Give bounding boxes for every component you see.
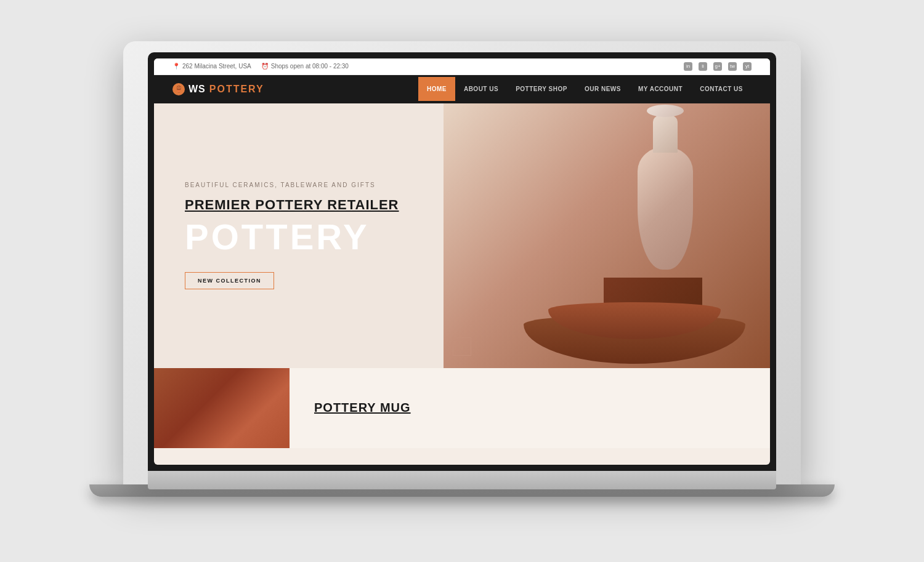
instagram-icon[interactable]: in [684, 62, 692, 71]
pottery-mug-title: POTTERY MUG [314, 401, 411, 415]
clock-icon: ⏰ [261, 63, 269, 70]
nav-item-shop[interactable]: POTTERY SHOP [507, 77, 576, 101]
google-plus-icon[interactable]: g+ [713, 62, 722, 71]
youtube-icon[interactable]: yt [743, 62, 752, 71]
social-links: in li g+ tw yt [684, 62, 752, 71]
screen: 📍 262 Milacina Street, USA ⏰ Shops open … [154, 58, 770, 465]
top-bar: 📍 262 Milacina Street, USA ⏰ Shops open … [154, 58, 770, 75]
new-collection-button[interactable]: NEW COLLECTION [185, 272, 274, 289]
vase-body [638, 147, 693, 270]
hours-info: ⏰ Shops open at 08:00 - 22:30 [261, 63, 349, 70]
nav-item-news[interactable]: OUR NEWS [576, 77, 630, 101]
address-text: 262 Milacina Street, USA [182, 63, 251, 70]
logo: 🏺 WS POTTERY [172, 83, 264, 95]
pottery-mug-image [154, 368, 290, 448]
hero-section: BEAUTIFUL CERAMICS, TABLEWARE AND GIFTS … [154, 103, 770, 368]
address-info: 📍 262 Milacina Street, USA [172, 63, 251, 70]
nav-item-contact[interactable]: CONTACT US [691, 77, 752, 101]
hero-content: BEAUTIFUL CERAMICS, TABLEWARE AND GIFTS … [154, 182, 430, 289]
vase [622, 110, 708, 270]
laptop-body: 📍 262 Milacina Street, USA ⏰ Shops open … [123, 41, 801, 484]
nav-item-home[interactable]: HOME [418, 77, 455, 101]
top-bar-left: 📍 262 Milacina Street, USA ⏰ Shops open … [172, 63, 349, 70]
hero-title-main: PREMIER POTTERY RETAILER [185, 197, 399, 213]
scroll-indicator[interactable]: ↓ [453, 337, 471, 356]
pottery-scene [444, 103, 770, 368]
laptop-wrapper: 📍 262 Milacina Street, USA ⏰ Shops open … [123, 41, 801, 521]
nav-item-account[interactable]: MY ACCOUNT [630, 77, 691, 101]
hours-text: Shops open at 08:00 - 22:30 [271, 63, 349, 70]
logo-pottery: POTTERY [209, 84, 264, 95]
navbar: 🏺 WS POTTERY HOME ABOUT US POTTERY SHOP … [154, 75, 770, 103]
twitter-icon[interactable]: tw [728, 62, 737, 71]
nav-item-about[interactable]: ABOUT US [455, 77, 507, 101]
logo-icon: 🏺 [172, 83, 185, 95]
vase-lip [647, 105, 684, 117]
laptop-base [148, 471, 776, 489]
bottom-content: POTTERY MUG [290, 368, 770, 448]
hero-image-area [431, 103, 770, 368]
logo-ws: WS [188, 84, 206, 95]
vase-neck [653, 116, 678, 153]
screen-bezel: 📍 262 Milacina Street, USA ⏰ Shops open … [148, 52, 776, 471]
scroll-arrow-icon: ↓ [460, 342, 464, 351]
location-icon: 📍 [172, 63, 180, 70]
linkedin-icon[interactable]: li [699, 62, 707, 71]
bottom-section: POTTERY MUG [154, 368, 770, 448]
hero-title-big: POTTERY [185, 219, 399, 255]
nav-links: HOME ABOUT US POTTERY SHOP OUR NEWS MY A… [418, 77, 752, 101]
hero-subtitle: BEAUTIFUL CERAMICS, TABLEWARE AND GIFTS [185, 182, 399, 188]
